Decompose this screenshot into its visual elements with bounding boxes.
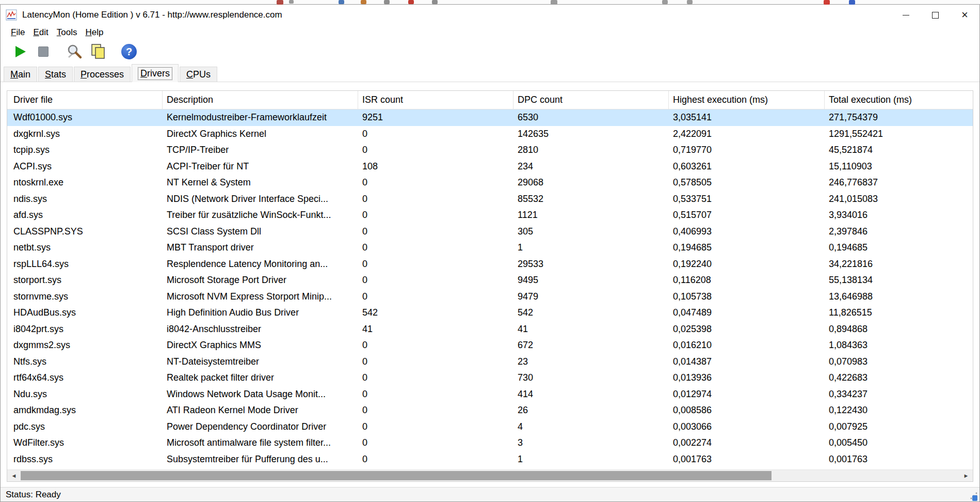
table-cell: 0,047489 — [669, 307, 825, 318]
window-title: LatencyMon (Home Edition ) v 6.71 - http… — [22, 10, 282, 20]
menu-item-tools[interactable]: Tools — [53, 26, 82, 39]
copy-icon — [90, 43, 106, 60]
column-header-2[interactable]: ISR count — [358, 91, 513, 109]
table-cell: 3 — [513, 437, 669, 448]
table-cell: 730 — [513, 372, 669, 383]
table-row[interactable]: amdkmdag.sysATI Radeon Kernel Mode Drive… — [7, 402, 973, 419]
column-header-1[interactable]: Description — [163, 91, 358, 109]
table-row[interactable]: i8042prt.sysi8042-Anschlusstreiber41410,… — [7, 321, 973, 338]
table-row[interactable]: ntoskrnl.exeNT Kernel & System0290680,57… — [7, 175, 973, 191]
minimize-button[interactable] — [891, 5, 921, 25]
table-cell: 0,122430 — [825, 405, 973, 416]
table-cell: 1,084363 — [825, 340, 973, 351]
table-cell: CLASSPNP.SYS — [7, 226, 163, 237]
tab-strip: MainStatsProcessesDriversCPUs — [1, 64, 979, 82]
table-row[interactable]: Ntfs.sysNT-Dateisystemtreiber0230,014387… — [7, 354, 973, 370]
table-cell: 9495 — [513, 275, 669, 286]
table-cell: 0,334237 — [825, 389, 973, 400]
table-row[interactable]: rtf64x64.sysRealtek packet filter driver… — [7, 370, 973, 386]
horizontal-scrollbar[interactable]: ◄ ► — [7, 469, 973, 481]
table-cell: 0 — [358, 372, 513, 383]
table-cell: i8042prt.sys — [7, 324, 163, 335]
table-row[interactable]: ndis.sysNDIS (Network Driver Interface S… — [7, 191, 973, 208]
help-icon: ? — [121, 44, 137, 59]
table-row[interactable]: storport.sysMicrosoft Storage Port Drive… — [7, 272, 973, 289]
table-cell: rdbss.sys — [7, 454, 163, 465]
table-cell: 2810 — [513, 145, 669, 155]
column-header-0[interactable]: Driver file — [7, 91, 163, 109]
table-cell: Subsystemtreiber für Pufferung des u... — [163, 454, 358, 465]
table-cell: 3,035141 — [669, 112, 825, 123]
table-cell: 0,894868 — [825, 324, 973, 335]
tab-cpus[interactable]: CPUs — [180, 67, 217, 82]
table-row[interactable]: CLASSPNP.SYSSCSI Class System Dll03050,4… — [7, 224, 973, 240]
table-cell: 41 — [513, 324, 669, 335]
table-cell: afd.sys — [7, 210, 163, 221]
table-row[interactable]: pdc.sysPower Dependency Coordinator Driv… — [7, 419, 973, 435]
table-cell: NT Kernel & System — [163, 177, 358, 188]
table-row[interactable]: HDAudBus.sysHigh Definition Audio Bus Dr… — [7, 305, 973, 321]
table-cell: pdc.sys — [7, 421, 163, 432]
table-row[interactable]: stornvme.sysMicrosoft NVM Express Storpo… — [7, 289, 973, 305]
menu-item-file[interactable]: File — [7, 26, 29, 39]
table-cell: ATI Radeon Kernel Mode Driver — [163, 405, 358, 416]
scrollbar-thumb[interactable] — [21, 471, 772, 480]
close-button[interactable]: × — [950, 5, 979, 25]
table-cell: 234 — [513, 161, 669, 172]
tab-main[interactable]: Main — [4, 67, 37, 82]
background-artifact — [339, 0, 344, 4]
scroll-right-arrow-icon[interactable]: ► — [959, 470, 973, 481]
scroll-left-arrow-icon[interactable]: ◄ — [7, 470, 21, 481]
tab-stats[interactable]: Stats — [38, 67, 73, 82]
column-header-5[interactable]: Total execution (ms) — [825, 91, 973, 109]
tab-drivers[interactable]: Drivers — [132, 64, 179, 82]
stop-button[interactable] — [31, 41, 55, 62]
table-row[interactable]: afd.sysTreiber für zusätzliche WinSock-F… — [7, 207, 973, 224]
maximize-button[interactable] — [921, 5, 950, 25]
table-cell: 29068 — [513, 177, 669, 188]
table-row[interactable]: rdbss.sysSubsystemtreiber für Pufferung … — [7, 451, 973, 468]
column-header-4[interactable]: Highest execution (ms) — [669, 91, 825, 109]
table-row[interactable]: WdFilter.sysMicrosoft antimalware file s… — [7, 435, 973, 451]
table-row[interactable]: rspLLL64.sysResplendence Latency Monitor… — [7, 256, 973, 273]
tab-processes[interactable]: Processes — [74, 67, 131, 82]
table-cell: 672 — [513, 340, 669, 351]
column-header-3[interactable]: DPC count — [513, 91, 669, 109]
table-row[interactable]: dxgmms2.sysDirectX Graphics MMS06720,016… — [7, 337, 973, 354]
options-button[interactable] — [62, 41, 86, 62]
status-bar: Status: Ready — [1, 487, 979, 501]
title-bar: LatencyMon (Home Edition ) v 6.71 - http… — [1, 5, 979, 25]
copy-button[interactable] — [86, 41, 110, 62]
help-button[interactable]: ? — [117, 41, 141, 62]
table-cell: 0,515707 — [669, 210, 825, 221]
table-cell: 0 — [358, 129, 513, 139]
table-cell: 4 — [513, 421, 669, 432]
toolbar: ? — [1, 40, 979, 64]
table-cell: 1121 — [513, 210, 669, 221]
table-row[interactable]: tcpip.sysTCP/IP-Treiber028100,71977045,5… — [7, 142, 973, 159]
table-cell: rtf64x64.sys — [7, 372, 163, 383]
table-row[interactable]: Ndu.sysWindows Network Data Usage Monit.… — [7, 386, 973, 403]
table-cell: HDAudBus.sys — [7, 307, 163, 318]
table-cell: NDIS (Network Driver Interface Speci... — [163, 194, 358, 205]
table-cell: 2,422091 — [669, 129, 825, 139]
table-cell: Ntfs.sys — [7, 356, 163, 367]
resize-grip-icon[interactable] — [970, 492, 978, 500]
table-cell: NT-Dateisystemtreiber — [163, 356, 358, 367]
table-row[interactable]: dxgkrnl.sysDirectX Graphics Kernel014263… — [7, 126, 973, 143]
table-cell: 542 — [513, 307, 669, 318]
table-cell: 0 — [358, 145, 513, 155]
table-cell: Realtek packet filter driver — [163, 372, 358, 383]
table-row[interactable]: netbt.sysMBT Transport driver010,1946850… — [7, 240, 973, 256]
table-cell: 45,521874 — [825, 145, 973, 155]
menu-item-help[interactable]: Help — [81, 26, 107, 39]
table-row[interactable]: Wdf01000.sysKernelmodustreiber-Framework… — [7, 109, 973, 126]
scrollbar-track[interactable] — [21, 470, 959, 481]
menu-item-edit[interactable]: Edit — [29, 26, 52, 39]
start-button[interactable] — [8, 41, 31, 62]
table-cell: 0,016210 — [669, 340, 825, 351]
table-cell: 3,934016 — [825, 210, 973, 221]
table-cell: 23 — [513, 356, 669, 367]
table-row[interactable]: ACPI.sysACPI-Treiber für NT1082340,60326… — [7, 159, 973, 175]
background-artifact — [289, 0, 294, 4]
